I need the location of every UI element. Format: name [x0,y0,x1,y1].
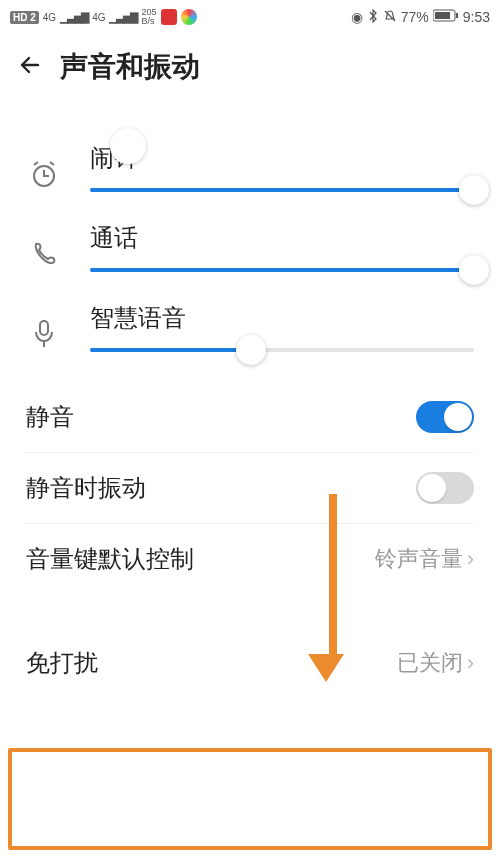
signal-bars-b: ▁▃▅▇ [109,11,137,24]
net-speed: 205 B/s [141,8,156,26]
eye-icon: ◉ [351,9,363,25]
bluetooth-icon [367,9,379,26]
setting-silent-label: 静音 [26,401,74,433]
previous-slider-thumb[interactable] [110,128,146,164]
slider-row-voice-assist: 智慧语音 [26,302,474,352]
battery-percent: 77% [401,9,429,25]
setting-volkey-label: 音量键默认控制 [26,543,194,575]
svg-rect-1 [456,13,458,18]
phone-icon [26,236,62,272]
volume-sliders: 闹钟 通话 智慧语音 [0,122,500,352]
hd-badge: HD 2 [10,11,39,24]
microphone-icon [26,316,62,352]
slider-call[interactable] [90,268,474,272]
status-bar: HD 2 4G ▁▃▅▇ 4G ▁▃▅▇ 205 B/s ◉ 77% 9:53 [0,0,500,34]
battery-icon [433,9,459,25]
slider-label-call: 通话 [90,222,474,254]
setting-dnd-label: 免打扰 [26,647,98,679]
setting-vibrate-label: 静音时振动 [26,472,146,504]
network-4g-a: 4G [43,12,56,23]
settings-list: 静音 静音时振动 音量键默认控制 铃声音量 › 免打扰 已关闭 › [0,382,500,698]
slider-thumb-alarm[interactable] [459,175,489,205]
slider-alarm[interactable] [90,188,474,192]
svg-rect-2 [435,12,450,19]
alarm-icon [26,156,62,192]
app-icon-color [181,9,197,25]
toggle-silent[interactable] [416,401,474,433]
page-header: 声音和振动 [0,34,500,92]
slider-thumb-voice-assist[interactable] [236,335,266,365]
toggle-vibrate-on-silent[interactable] [416,472,474,504]
setting-volume-key-default[interactable]: 音量键默认控制 铃声音量 › [0,524,500,594]
annotation-highlight-dnd [8,748,492,850]
setting-volkey-value: 铃声音量 [375,544,463,574]
mute-icon [383,9,397,26]
app-icon-red [161,9,177,25]
clock-time: 9:53 [463,9,490,25]
slider-thumb-call[interactable] [459,255,489,285]
status-right: ◉ 77% 9:53 [351,9,490,26]
setting-dnd-value: 已关闭 [397,648,463,678]
chevron-right-icon: › [467,650,474,676]
setting-silent[interactable]: 静音 [0,382,500,452]
page-title: 声音和振动 [60,48,200,86]
network-4g-b: 4G [92,12,105,23]
slider-row-call: 通话 [26,222,474,272]
setting-vibrate-on-silent[interactable]: 静音时振动 [0,453,500,523]
slider-voice-assist[interactable] [90,348,474,352]
status-left: HD 2 4G ▁▃▅▇ 4G ▁▃▅▇ 205 B/s [10,8,197,26]
back-button[interactable] [18,53,46,82]
svg-rect-4 [40,321,48,335]
slider-row-alarm: 闹钟 [26,142,474,192]
setting-do-not-disturb[interactable]: 免打扰 已关闭 › [0,628,500,698]
signal-bars-a: ▁▃▅▇ [60,11,88,24]
chevron-right-icon: › [467,546,474,572]
slider-label-alarm: 闹钟 [90,142,474,174]
slider-label-voice-assist: 智慧语音 [90,302,474,334]
